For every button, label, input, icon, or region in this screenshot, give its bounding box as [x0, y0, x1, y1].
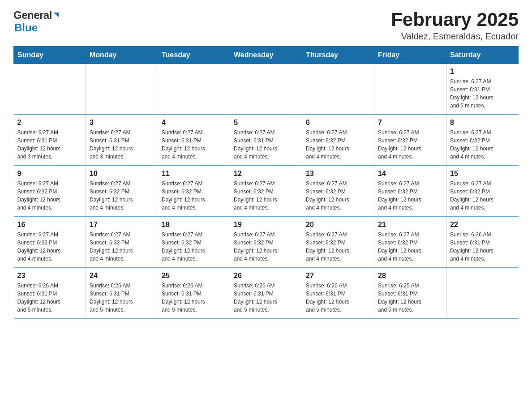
- calendar-cell: 23Sunrise: 6:26 AM Sunset: 6:31 PM Dayli…: [14, 268, 86, 319]
- calendar-cell: [14, 64, 86, 115]
- day-number: 22: [450, 221, 515, 229]
- calendar-table: Sunday Monday Tuesday Wednesday Thursday…: [13, 46, 519, 319]
- svg-marker-0: [53, 13, 59, 17]
- calendar-cell: [230, 64, 302, 115]
- day-number: 24: [90, 272, 154, 280]
- day-number: 10: [90, 170, 154, 178]
- calendar-header-row: Sunday Monday Tuesday Wednesday Thursday…: [14, 47, 519, 64]
- day-number: 26: [234, 272, 298, 280]
- logo-general-text: General: [13, 9, 52, 21]
- day-number: 18: [162, 221, 226, 229]
- day-info: Sunrise: 6:27 AM Sunset: 6:32 PM Dayligh…: [378, 231, 442, 263]
- calendar-cell: 5Sunrise: 6:27 AM Sunset: 6:31 PM Daylig…: [230, 115, 302, 166]
- calendar-cell: 26Sunrise: 6:26 AM Sunset: 6:31 PM Dayli…: [230, 268, 302, 319]
- day-info: Sunrise: 6:27 AM Sunset: 6:32 PM Dayligh…: [306, 180, 370, 212]
- page-header: General Blue February 2025 Valdez, Esmer…: [13, 9, 519, 42]
- header-sunday: Sunday: [14, 47, 86, 64]
- day-info: Sunrise: 6:27 AM Sunset: 6:31 PM Dayligh…: [450, 77, 515, 110]
- calendar-cell: [374, 64, 446, 115]
- calendar-cell: [158, 64, 230, 115]
- day-number: 1: [450, 68, 515, 76]
- week-row-5: 23Sunrise: 6:26 AM Sunset: 6:31 PM Dayli…: [14, 268, 519, 319]
- calendar-cell: 15Sunrise: 6:27 AM Sunset: 6:32 PM Dayli…: [446, 166, 519, 217]
- day-info: Sunrise: 6:26 AM Sunset: 6:31 PM Dayligh…: [17, 282, 82, 314]
- calendar-cell: 11Sunrise: 6:27 AM Sunset: 6:32 PM Dayli…: [158, 166, 230, 217]
- day-number: 19: [234, 221, 298, 229]
- logo-arrow-icon: [52, 11, 62, 21]
- calendar-cell: [302, 64, 374, 115]
- day-info: Sunrise: 6:27 AM Sunset: 6:31 PM Dayligh…: [234, 128, 298, 161]
- day-number: 4: [162, 119, 226, 127]
- day-info: Sunrise: 6:27 AM Sunset: 6:32 PM Dayligh…: [378, 180, 442, 212]
- day-number: 15: [450, 170, 515, 178]
- calendar-cell: 16Sunrise: 6:27 AM Sunset: 6:32 PM Dayli…: [14, 217, 86, 268]
- day-info: Sunrise: 6:27 AM Sunset: 6:32 PM Dayligh…: [162, 180, 226, 212]
- month-title: February 2025: [391, 9, 519, 30]
- header-monday: Monday: [86, 47, 158, 64]
- week-row-3: 9Sunrise: 6:27 AM Sunset: 6:32 PM Daylig…: [14, 166, 519, 217]
- day-number: 8: [450, 119, 515, 127]
- calendar-cell: 2Sunrise: 6:27 AM Sunset: 6:31 PM Daylig…: [14, 115, 86, 166]
- day-info: Sunrise: 6:27 AM Sunset: 6:32 PM Dayligh…: [378, 128, 442, 161]
- day-info: Sunrise: 6:26 AM Sunset: 6:31 PM Dayligh…: [450, 231, 515, 263]
- day-number: 21: [378, 221, 442, 229]
- day-info: Sunrise: 6:26 AM Sunset: 6:31 PM Dayligh…: [90, 282, 154, 314]
- day-number: 14: [378, 170, 442, 178]
- calendar-cell: 9Sunrise: 6:27 AM Sunset: 6:32 PM Daylig…: [14, 166, 86, 217]
- day-info: Sunrise: 6:27 AM Sunset: 6:31 PM Dayligh…: [17, 128, 82, 161]
- day-info: Sunrise: 6:27 AM Sunset: 6:31 PM Dayligh…: [90, 128, 154, 161]
- day-number: 16: [17, 221, 82, 229]
- day-info: Sunrise: 6:27 AM Sunset: 6:32 PM Dayligh…: [162, 231, 226, 263]
- calendar-cell: 21Sunrise: 6:27 AM Sunset: 6:32 PM Dayli…: [374, 217, 446, 268]
- calendar-cell: 13Sunrise: 6:27 AM Sunset: 6:32 PM Dayli…: [302, 166, 374, 217]
- calendar-cell: 17Sunrise: 6:27 AM Sunset: 6:32 PM Dayli…: [86, 217, 158, 268]
- day-info: Sunrise: 6:27 AM Sunset: 6:32 PM Dayligh…: [17, 180, 82, 212]
- header-tuesday: Tuesday: [158, 47, 230, 64]
- title-area: February 2025 Valdez, Esmeraldas, Ecuado…: [391, 9, 519, 42]
- week-row-4: 16Sunrise: 6:27 AM Sunset: 6:32 PM Dayli…: [14, 217, 519, 268]
- day-number: 13: [306, 170, 370, 178]
- calendar-cell: 6Sunrise: 6:27 AM Sunset: 6:32 PM Daylig…: [302, 115, 374, 166]
- day-number: 11: [162, 170, 226, 178]
- calendar-cell: 27Sunrise: 6:26 AM Sunset: 6:31 PM Dayli…: [302, 268, 374, 319]
- calendar-cell: 3Sunrise: 6:27 AM Sunset: 6:31 PM Daylig…: [86, 115, 158, 166]
- calendar-cell: 25Sunrise: 6:26 AM Sunset: 6:31 PM Dayli…: [158, 268, 230, 319]
- day-number: 27: [306, 272, 370, 280]
- logo: General Blue: [13, 9, 62, 34]
- header-thursday: Thursday: [302, 47, 374, 64]
- calendar-cell: 14Sunrise: 6:27 AM Sunset: 6:32 PM Dayli…: [374, 166, 446, 217]
- day-info: Sunrise: 6:27 AM Sunset: 6:31 PM Dayligh…: [162, 128, 226, 161]
- day-info: Sunrise: 6:25 AM Sunset: 6:31 PM Dayligh…: [378, 282, 442, 314]
- day-number: 28: [378, 272, 442, 280]
- header-wednesday: Wednesday: [230, 47, 302, 64]
- day-number: 17: [90, 221, 154, 229]
- calendar-cell: 12Sunrise: 6:27 AM Sunset: 6:32 PM Dayli…: [230, 166, 302, 217]
- header-friday: Friday: [374, 47, 446, 64]
- location-title: Valdez, Esmeraldas, Ecuador: [391, 31, 519, 42]
- day-info: Sunrise: 6:26 AM Sunset: 6:31 PM Dayligh…: [162, 282, 226, 314]
- day-number: 3: [90, 119, 154, 127]
- day-info: Sunrise: 6:27 AM Sunset: 6:32 PM Dayligh…: [450, 180, 515, 212]
- day-number: 5: [234, 119, 298, 127]
- calendar-cell: 20Sunrise: 6:27 AM Sunset: 6:32 PM Dayli…: [302, 217, 374, 268]
- calendar-cell: 19Sunrise: 6:27 AM Sunset: 6:32 PM Dayli…: [230, 217, 302, 268]
- calendar-cell: 4Sunrise: 6:27 AM Sunset: 6:31 PM Daylig…: [158, 115, 230, 166]
- calendar-cell: 10Sunrise: 6:27 AM Sunset: 6:32 PM Dayli…: [86, 166, 158, 217]
- day-number: 23: [17, 272, 82, 280]
- day-info: Sunrise: 6:27 AM Sunset: 6:32 PM Dayligh…: [450, 128, 515, 161]
- day-info: Sunrise: 6:27 AM Sunset: 6:32 PM Dayligh…: [306, 128, 370, 161]
- calendar-cell: 8Sunrise: 6:27 AM Sunset: 6:32 PM Daylig…: [446, 115, 519, 166]
- calendar-cell: 28Sunrise: 6:25 AM Sunset: 6:31 PM Dayli…: [374, 268, 446, 319]
- calendar-cell: [446, 268, 519, 319]
- day-info: Sunrise: 6:27 AM Sunset: 6:32 PM Dayligh…: [234, 180, 298, 212]
- day-number: 7: [378, 119, 442, 127]
- day-info: Sunrise: 6:27 AM Sunset: 6:32 PM Dayligh…: [90, 180, 154, 212]
- calendar-cell: [86, 64, 158, 115]
- calendar-cell: 7Sunrise: 6:27 AM Sunset: 6:32 PM Daylig…: [374, 115, 446, 166]
- header-saturday: Saturday: [446, 47, 519, 64]
- day-number: 25: [162, 272, 226, 280]
- day-number: 9: [17, 170, 82, 178]
- calendar-cell: 18Sunrise: 6:27 AM Sunset: 6:32 PM Dayli…: [158, 217, 230, 268]
- calendar-cell: 1Sunrise: 6:27 AM Sunset: 6:31 PM Daylig…: [446, 64, 519, 115]
- week-row-1: 1Sunrise: 6:27 AM Sunset: 6:31 PM Daylig…: [14, 64, 519, 115]
